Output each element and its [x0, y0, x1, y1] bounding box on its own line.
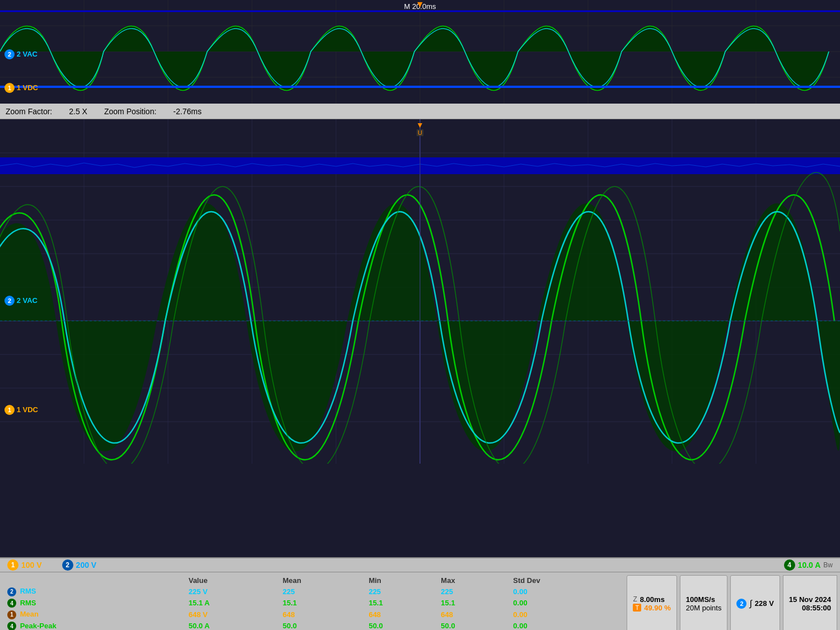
zoom-bar: Zoom Factor: 2.5 X Zoom Position: -2.76m…	[0, 104, 840, 119]
meas-value-3: 50.0 A	[184, 620, 278, 631]
ch-meas-circle: 2	[736, 599, 746, 609]
ch1-num: 1	[7, 559, 18, 571]
date-display: 15 Nov 2024	[789, 595, 831, 604]
ch2-tag: 2 200 V	[58, 558, 101, 572]
main-ch2-circle: 2	[4, 296, 15, 306]
datetime-box: 15 Nov 2024 08:55:00	[783, 575, 837, 630]
meas-stddev-1: 0.00	[508, 598, 621, 609]
main-ch2-label: 2 2 VAC	[4, 296, 38, 306]
col-header-max: Max	[436, 575, 508, 586]
meas-label-1: RMS	[20, 599, 36, 607]
main-ch2-text: 2 VAC	[17, 296, 38, 305]
meas-min-0: 225	[364, 586, 436, 598]
overview-ch2-label: 2 2 VAC	[4, 49, 38, 59]
meas-ch-cell-1: 4 RMS	[3, 598, 184, 609]
main-waveform-svg	[0, 119, 840, 464]
meas-ch-cell-0: 2 RMS	[3, 586, 184, 598]
main-section: ▼ U ◄	[0, 119, 840, 557]
meas-label-3: Peak-Peak	[20, 622, 57, 630]
trigger-arrow-main: ▼	[416, 120, 424, 129]
main-ch1-circle: 1	[4, 405, 15, 415]
col-header-min: Min	[364, 575, 436, 586]
measurements-table: Value Mean Min Max Std Dev 2 RMS 225 V 2…	[0, 572, 624, 630]
meas-value-0: 225 V	[184, 586, 278, 598]
meas-min-1: 15.1	[364, 598, 436, 609]
meas-ch-circle-1: 4	[7, 599, 16, 608]
meas-row-3: 4 Peak-Peak 50.0 A 50.0 50.0 50.0 0.00	[3, 620, 621, 631]
meas-row-1: 4 RMS 15.1 A 15.1 15.1 15.1 0.00	[3, 598, 621, 609]
col-header-ch	[3, 575, 184, 586]
main-ch1-text: 1 VDC	[17, 405, 38, 414]
overview-ch2-text: 2 VAC	[17, 50, 38, 58]
ch1-circle: 1	[4, 83, 15, 93]
meas-stddev-2: 0.00	[508, 609, 621, 620]
meas-stddev-0: 0.00	[508, 586, 621, 598]
ch1-scale: 100 V	[21, 561, 42, 570]
meas-ch-circle-3: 4	[7, 622, 16, 630]
meas-min-3: 50.0	[364, 620, 436, 631]
meas-mean-3: 50.0	[278, 620, 365, 631]
ch-meas-panel: 2 ∫ 228 V	[730, 575, 780, 630]
z-label: Z	[633, 595, 637, 603]
time-display: 08:55:00	[802, 604, 831, 612]
meas-data-table: Value Mean Min Max Std Dev 2 RMS 225 V 2…	[3, 575, 621, 630]
ch4-tag: 4 10.0 A Bw	[780, 558, 837, 572]
meas-ch-cell-2: 1 Mean	[3, 609, 184, 620]
ch2-num: 2	[62, 559, 73, 571]
overview-ch1-text: 1 VDC	[17, 83, 38, 92]
meas-value-2: 648 V	[184, 609, 278, 620]
meas-stddev-3: 0.00	[508, 620, 621, 631]
ch4-scale: 10.0 A	[798, 561, 821, 570]
meas-max-1: 15.1	[436, 598, 508, 609]
meas-max-3: 50.0	[436, 620, 508, 631]
sample-rate-panel: 100MS/s 20M points	[680, 575, 728, 630]
main-trigger-indicator: ▼ U	[416, 120, 424, 136]
meas-max-0: 225	[436, 586, 508, 598]
sample-rate: 100MS/s	[686, 595, 722, 604]
bw-label: Bw	[823, 561, 833, 569]
measurements-area: Value Mean Min Max Std Dev 2 RMS 225 V 2…	[0, 572, 840, 630]
zoom-position-label: Zoom Position:	[104, 107, 156, 116]
trigger-t-label: T	[633, 604, 641, 612]
z-time-row: Z 8.00ms	[633, 595, 670, 604]
ch1-tag: 1 100 V	[3, 558, 46, 572]
ch4-num: 4	[784, 559, 795, 571]
right-panels: Z 8.00ms T 49.90 % 100MS/s 20M points 2	[624, 572, 840, 630]
main-ch1-label: 1 1 VDC	[4, 405, 38, 415]
col-header-mean: Mean	[278, 575, 365, 586]
meas-ch-circle-0: 2	[7, 587, 16, 596]
meas-row-0: 2 RMS 225 V 225 225 225 0.00	[3, 586, 621, 598]
zoom-factor-label: Zoom Factor:	[6, 107, 52, 116]
time-trigger-panel: Z 8.00ms T 49.90 %	[627, 575, 676, 630]
sample-points: 20M points	[686, 604, 722, 612]
overview-section: M 20.0ms ▼	[0, 0, 840, 104]
meas-row-2: 1 Mean 648 V 648 648 648 0.00	[3, 609, 621, 620]
overview-waveform-svg	[0, 0, 840, 104]
col-header-stddev: Std Dev	[508, 575, 621, 586]
meas-mean-1: 15.1	[278, 598, 365, 609]
ch2-circle: 2	[4, 49, 15, 59]
trigger-arrow-top: ▼	[416, 0, 424, 9]
meas-label-2: Mean	[20, 610, 39, 618]
meas-value-1: 15.1 A	[184, 598, 278, 609]
meas-ch-cell-3: 4 Peak-Peak	[3, 620, 184, 631]
trigger-pct-row: T 49.90 %	[633, 604, 670, 612]
zoom-factor-value: 2.5 X	[69, 107, 87, 116]
overview-ch1-label: 1 1 VDC	[4, 83, 38, 93]
ch2-scale: 200 V	[76, 561, 97, 570]
ch-meas-value: 228 V	[755, 599, 774, 608]
zoom-position-value: -2.76ms	[173, 107, 202, 116]
meas-ch-circle-2: 1	[7, 610, 16, 619]
integral-symbol: ∫	[749, 599, 752, 609]
meas-mean-0: 225	[278, 586, 365, 598]
oscilloscope-display: M 20.0ms ▼	[0, 0, 840, 630]
meas-max-2: 648	[436, 609, 508, 620]
meas-header-row: Value Mean Min Max Std Dev	[3, 575, 621, 586]
meas-mean-2: 648	[278, 609, 365, 620]
meas-min-2: 648	[364, 609, 436, 620]
col-header-value: Value	[184, 575, 278, 586]
trigger-u-label: U	[417, 129, 423, 136]
bottom-bar: 1 100 V 2 200 V 4 10.0 A Bw	[0, 557, 840, 630]
z-time-value: 8.00ms	[640, 595, 665, 604]
channel-bar: 1 100 V 2 200 V 4 10.0 A Bw	[0, 558, 840, 572]
